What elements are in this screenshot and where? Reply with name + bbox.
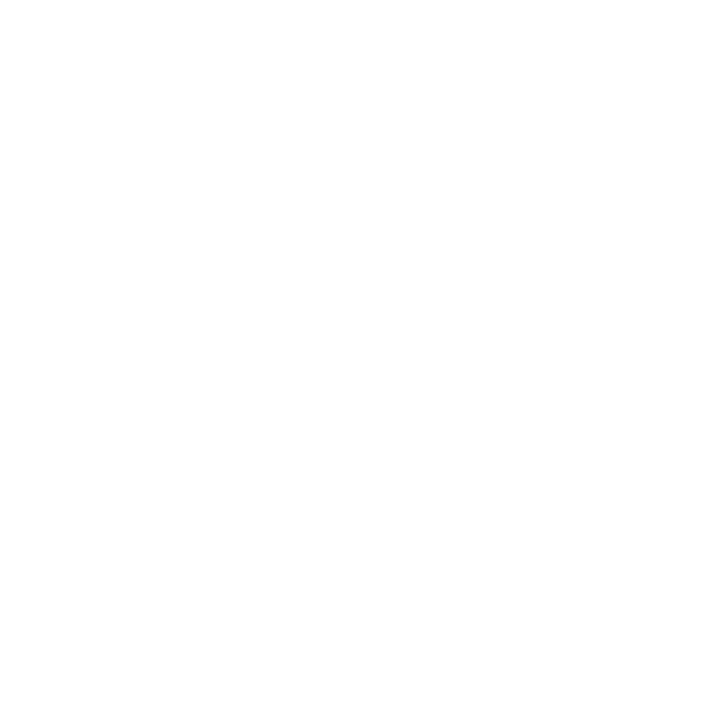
chart-svg [0,0,728,728]
chart-container [0,0,728,728]
